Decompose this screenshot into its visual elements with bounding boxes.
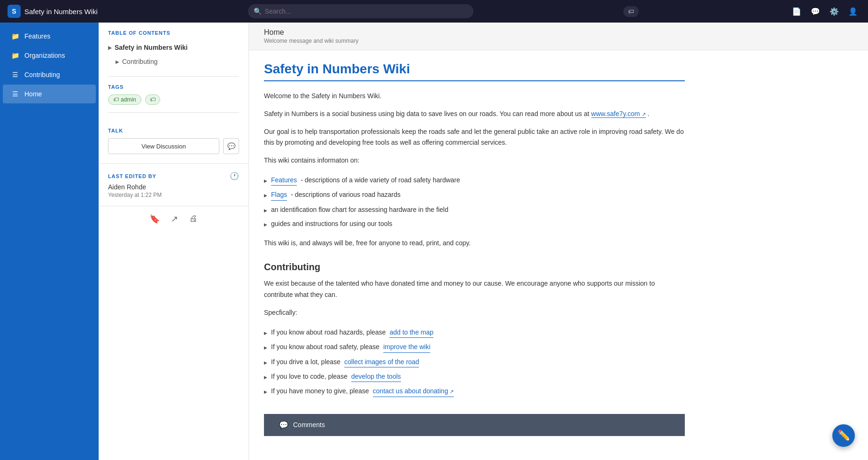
collect-images-link[interactable]: collect images of the road (344, 357, 419, 367)
page-h1: Safety in Numbers Wiki (264, 62, 685, 81)
page-free-text: This wiki is, and always will be, free f… (264, 238, 685, 249)
add-to-map-link[interactable]: add to the map (389, 327, 433, 338)
share-icon[interactable]: ↗ (171, 214, 178, 224)
folder-icon-org: 📁 (10, 51, 20, 60)
logo-icon: S (8, 5, 21, 18)
talk-message-icon-button[interactable]: 💬 (223, 138, 239, 154)
page-header-title: Home (264, 28, 853, 37)
safe7y-link[interactable]: www.safe7y.com (591, 110, 646, 118)
wiki-contents-list: Features - descriptions of a wide variet… (264, 173, 685, 231)
toc-section-title: TABLE OF CONTENTS (99, 30, 248, 40)
sidebar-item-features-label: Features (24, 32, 50, 40)
toc-item-wiki-label: Safety in Numbers Wiki (115, 44, 187, 51)
navbar: S Safety in Numbers Wiki 🔍 🏷 📄 💬 ⚙️ 👤 (0, 0, 868, 23)
action-bar: 🔖 ↗ 🖨 (99, 206, 248, 232)
contact-donating-link[interactable]: contact us about donating (373, 386, 454, 397)
improve-wiki-link[interactable]: improve the wiki (383, 342, 430, 352)
list-item-features: Features - descriptions of a wide variet… (264, 173, 685, 187)
view-discussion-button[interactable]: View Discussion (108, 138, 219, 154)
contributing-item-map: If you know about road hazards, please a… (264, 325, 685, 340)
sidebar-item-contributing[interactable]: ☰ Contributing (3, 65, 96, 84)
toc-divider-1 (108, 76, 239, 77)
user-icon-button[interactable]: 👤 (845, 4, 860, 19)
bookmark-icon[interactable]: 🔖 (149, 214, 160, 224)
talk-row: View Discussion 💬 (108, 138, 239, 154)
talk-section: TALK View Discussion 💬 (99, 120, 248, 162)
sidebar-item-organizations-label: Organizations (24, 52, 65, 59)
list-item-guides: guides and instructions for using our to… (264, 217, 685, 231)
search-icon: 🔍 (254, 8, 262, 15)
develop-tools-link[interactable]: develop the tools (351, 371, 401, 382)
history-icon[interactable]: 🕐 (230, 172, 239, 180)
comments-icon: 💬 (279, 421, 288, 429)
contributing-item-code: If you love to code, please develop the … (264, 369, 685, 384)
toc-chevron-wiki: ▶ (108, 45, 112, 50)
sidebar-item-home-label: Home (24, 90, 42, 98)
page-intro-4: This wiki contains informaton on: (264, 155, 685, 166)
page-intro-3: Our goal is to help transportation profe… (264, 126, 685, 149)
tag-chips: 🏷 admin 🏷 (108, 94, 239, 105)
navbar-logo: S Safety in Numbers Wiki (8, 5, 98, 18)
page-content: Home Welcome message and wiki summary Sa… (249, 23, 868, 460)
contributing-list: If you know about road hazards, please a… (264, 325, 685, 399)
flags-link[interactable]: Flags (271, 189, 287, 200)
last-edited-time: Yesterday at 1:22 PM (108, 192, 239, 198)
list-item-flags: Flags - descriptions of various road haz… (264, 187, 685, 202)
last-edited-label: LAST EDITED BY (108, 173, 156, 179)
comments-bar[interactable]: 💬 Comments (264, 414, 685, 436)
comments-label: Comments (293, 421, 325, 429)
navbar-title: Safety in Numbers Wiki (24, 8, 98, 16)
file-icon-button[interactable]: 📄 (789, 4, 804, 19)
tag-admin-label: admin (121, 96, 136, 103)
sidebar-item-contributing-label: Contributing (24, 71, 60, 78)
page-body: Safety in Numbers Wiki Welcome to the Sa… (249, 50, 700, 447)
navbar-actions: 📄 💬 ⚙️ 👤 (789, 4, 860, 19)
tags-button[interactable]: 🏷 (623, 6, 639, 17)
specifically-label: Specfically: (264, 307, 685, 319)
toc-divider-2 (108, 112, 239, 113)
comment-icon-button[interactable]: 💬 (808, 4, 823, 19)
page-intro-2-text: Safety in Numbers is a social business u… (264, 110, 589, 117)
list-item-flowchart: an identification flow chart for assessi… (264, 203, 685, 217)
navbar-search-container: 🔍 (248, 4, 473, 18)
sidebar-item-organizations[interactable]: 📁 Organizations (3, 46, 96, 65)
toc-item-contributing-label: Contributing (122, 58, 158, 65)
tag-admin[interactable]: 🏷 admin (108, 94, 141, 105)
features-link[interactable]: Features (271, 175, 297, 186)
toc-item-contributing[interactable]: ▶ Contributing (99, 55, 248, 69)
contributing-item-donate: If you have money to give, please contac… (264, 384, 685, 398)
list-icon-contributing: ☰ (10, 70, 20, 79)
toc-item-wiki[interactable]: ▶ Safety in Numbers Wiki (99, 40, 248, 55)
tags-section: TAGS 🏷 admin 🏷 (99, 84, 248, 105)
tag-empty-icon: 🏷 (150, 96, 155, 103)
page-h2-contributing: Contributing (264, 262, 685, 273)
search-input[interactable] (248, 4, 473, 18)
page-intro-1: Welcome to the Safety in Numbers Wiki. (264, 91, 685, 102)
sidebar: 📁 Features 📁 Organizations ☰ Contributin… (0, 23, 99, 460)
settings-icon-button[interactable]: ⚙️ (827, 4, 842, 19)
toc-panel: TABLE OF CONTENTS ▶ Safety in Numbers Wi… (99, 23, 249, 460)
page-header-subtitle: Welcome message and wiki summary (264, 38, 853, 44)
edit-fab[interactable]: ✏️ (832, 424, 855, 447)
main-container: 📁 Features 📁 Organizations ☰ Contributin… (0, 23, 868, 460)
tags-section-title: TAGS (108, 84, 239, 90)
tag-empty[interactable]: 🏷 (145, 94, 160, 105)
page-intro-2: Safety in Numbers is a social business u… (264, 109, 685, 120)
sidebar-item-home[interactable]: ☰ Home (3, 85, 96, 103)
page-header: Home Welcome message and wiki summary (249, 23, 868, 50)
contributing-intro: We exist because of the talented who hav… (264, 278, 685, 301)
last-edited-header: LAST EDITED BY 🕐 (108, 172, 239, 180)
sidebar-item-features[interactable]: 📁 Features (3, 27, 96, 46)
content-wrapper: TABLE OF CONTENTS ▶ Safety in Numbers Wi… (99, 23, 868, 460)
folder-icon: 📁 (10, 31, 20, 41)
print-icon[interactable]: 🖨 (189, 214, 198, 224)
talk-section-title: TALK (108, 128, 239, 133)
tag-icon: 🏷 (113, 96, 119, 103)
list-icon-home: ☰ (10, 89, 20, 99)
last-edited-author: Aiden Rohde (108, 183, 239, 191)
last-edited-section: LAST EDITED BY 🕐 Aiden Rohde Yesterday a… (99, 164, 248, 206)
contributing-item-images: If you drive a lot, please collect image… (264, 355, 685, 369)
contributing-item-wiki: If you know about road safety, please im… (264, 340, 685, 354)
toc-chevron-contributing: ▶ (116, 59, 119, 64)
